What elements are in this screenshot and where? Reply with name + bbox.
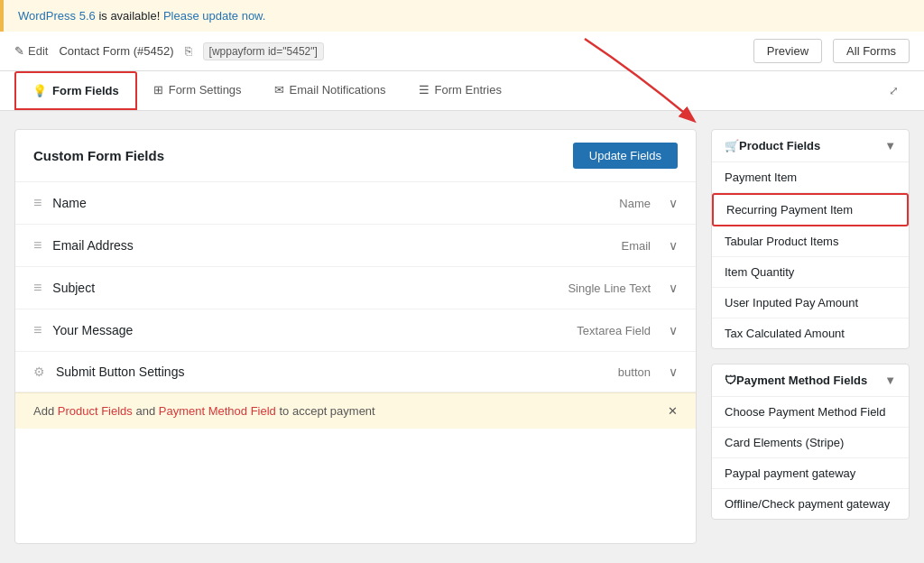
panel-title: Custom Form Fields xyxy=(33,148,164,163)
envelope-icon: ✉ xyxy=(274,83,284,97)
right-item-tabular-product[interactable]: Tabular Product Items xyxy=(712,226,909,257)
product-fields-section: 🛒 Product Fields ▼ Payment Item Recurrin… xyxy=(711,129,910,349)
breadcrumb: Contact Form (#5452) xyxy=(59,44,173,58)
lightbulb-icon: 💡 xyxy=(32,84,47,97)
nav-tabs: 💡 Form Fields ⊞ Form Settings ✉ Email No… xyxy=(0,71,924,111)
right-item-card-elements[interactable]: Card Elements (Stripe) xyxy=(712,428,909,458)
shield-icon: 🛡 xyxy=(725,374,736,387)
list-icon: ☰ xyxy=(419,83,430,97)
tab-email-notifications[interactable]: ✉ Email Notifications xyxy=(258,72,402,110)
expand-icon[interactable]: ⤢ xyxy=(878,73,910,108)
edit-label: Edit xyxy=(28,44,48,58)
tab-form-entries[interactable]: ☰ Form Entries xyxy=(402,72,518,110)
update-now-link[interactable]: Please update now. xyxy=(163,9,265,23)
right-item-tax-calculated[interactable]: Tax Calculated Amount xyxy=(712,318,909,348)
drag-handle-name[interactable]: ≡ xyxy=(33,195,42,211)
field-row-name: ≡ Name Name ∨ xyxy=(15,182,696,225)
drag-handle-subject[interactable]: ≡ xyxy=(33,280,42,296)
submit-chevron[interactable]: ∨ xyxy=(669,365,678,379)
notice-close-button[interactable]: ✕ xyxy=(668,404,678,418)
drag-handle-email[interactable]: ≡ xyxy=(33,237,42,254)
right-item-payment-item[interactable]: Payment Item xyxy=(712,162,909,193)
wp-version-link[interactable]: WordPress 5.6 xyxy=(18,9,96,23)
payment-method-link[interactable]: Payment Method Field xyxy=(159,404,276,418)
main-content: Custom Form Fields Update Fields ≡ Name … xyxy=(0,111,924,562)
field-type-message: Textarea Field xyxy=(577,324,651,337)
field-type-email: Email xyxy=(621,239,651,253)
tab-form-settings-label: Form Settings xyxy=(169,83,242,97)
right-panel: 🛒 Product Fields ▼ Payment Item Recurrin… xyxy=(711,129,910,544)
admin-bar: ✎ Edit Contact Form (#5452) ⎘ [wppayform… xyxy=(0,32,924,71)
field-chevron-subject[interactable]: ∨ xyxy=(669,281,678,295)
grid-icon: ⊞ xyxy=(153,83,163,97)
field-chevron-name[interactable]: ∨ xyxy=(669,196,678,210)
submit-button-row: ⚙ Submit Button Settings button ∨ xyxy=(15,352,696,392)
copy-icon[interactable]: ⎘ xyxy=(185,44,192,58)
shortcode-display: [wppayform id="5452"] xyxy=(203,42,324,60)
right-item-recurring-payment[interactable]: Recurring Payment Item xyxy=(712,193,909,226)
notice-text-before: Add xyxy=(33,404,58,418)
payment-method-chevron[interactable]: ▼ xyxy=(884,374,896,387)
field-type-subject: Single Line Text xyxy=(568,282,651,295)
payment-notice: Add Product Fields and Payment Method Fi… xyxy=(15,392,696,429)
tab-email-notifications-label: Email Notifications xyxy=(290,83,386,97)
payment-method-header: 🛡 Payment Method Fields ▼ xyxy=(712,365,909,397)
submit-button-label: Submit Button Settings xyxy=(56,365,607,379)
right-item-paypal[interactable]: Paypal payment gateway xyxy=(712,458,909,489)
form-fields-panel: Custom Form Fields Update Fields ≡ Name … xyxy=(14,129,697,544)
update-bar-text: is available! xyxy=(98,9,163,23)
notice-text-and: and xyxy=(135,404,158,418)
field-chevron-email[interactable]: ∨ xyxy=(669,238,678,253)
payment-method-title: Payment Method Fields xyxy=(736,374,884,387)
field-type-name: Name xyxy=(619,197,651,210)
submit-type: button xyxy=(618,365,651,379)
tab-form-entries-label: Form Entries xyxy=(435,83,502,97)
field-row-message: ≡ Your Message Textarea Field ∨ xyxy=(15,309,696,352)
field-name-message: Your Message xyxy=(52,323,566,337)
preview-button[interactable]: Preview xyxy=(753,39,822,63)
right-item-item-quantity[interactable]: Item Quantity xyxy=(712,257,909,288)
tab-form-fields-label: Form Fields xyxy=(52,84,119,97)
payment-method-section: 🛡 Payment Method Fields ▼ Choose Payment… xyxy=(711,364,910,520)
update-bar: WordPress 5.6 is available! Please updat… xyxy=(0,0,924,32)
notice-text: Add Product Fields and Payment Method Fi… xyxy=(33,404,375,418)
product-fields-link[interactable]: Product Fields xyxy=(58,404,133,418)
field-name-name: Name xyxy=(52,196,608,210)
field-name-subject: Subject xyxy=(52,281,557,295)
gear-icon: ⚙ xyxy=(33,365,45,379)
tab-form-settings[interactable]: ⊞ Form Settings xyxy=(137,72,258,110)
all-forms-button[interactable]: All Forms xyxy=(833,39,910,63)
edit-link[interactable]: ✎ Edit xyxy=(14,44,48,58)
tab-form-fields[interactable]: 💡 Form Fields xyxy=(14,71,137,110)
drag-handle-message[interactable]: ≡ xyxy=(33,322,42,338)
edit-icon: ✎ xyxy=(14,44,24,58)
field-name-email: Email Address xyxy=(52,238,610,253)
panel-header: Custom Form Fields Update Fields xyxy=(15,130,696,182)
product-fields-header: 🛒 Product Fields ▼ xyxy=(712,130,909,162)
right-item-user-input[interactable]: User Inputed Pay Amount xyxy=(712,288,909,318)
right-item-choose-payment[interactable]: Choose Payment Method Field xyxy=(712,397,909,428)
product-fields-chevron[interactable]: ▼ xyxy=(884,139,896,152)
right-item-offline-check[interactable]: Offline/Check payment gateway xyxy=(712,489,909,519)
field-chevron-message[interactable]: ∨ xyxy=(669,323,678,337)
update-fields-button[interactable]: Update Fields xyxy=(573,143,678,169)
notice-text-after: to accept payment xyxy=(279,404,374,418)
product-fields-title: Product Fields xyxy=(739,139,884,152)
cart-icon: 🛒 xyxy=(725,139,739,152)
field-row-subject: ≡ Subject Single Line Text ∨ xyxy=(15,267,696,309)
field-row-email: ≡ Email Address Email ∨ xyxy=(15,225,696,267)
